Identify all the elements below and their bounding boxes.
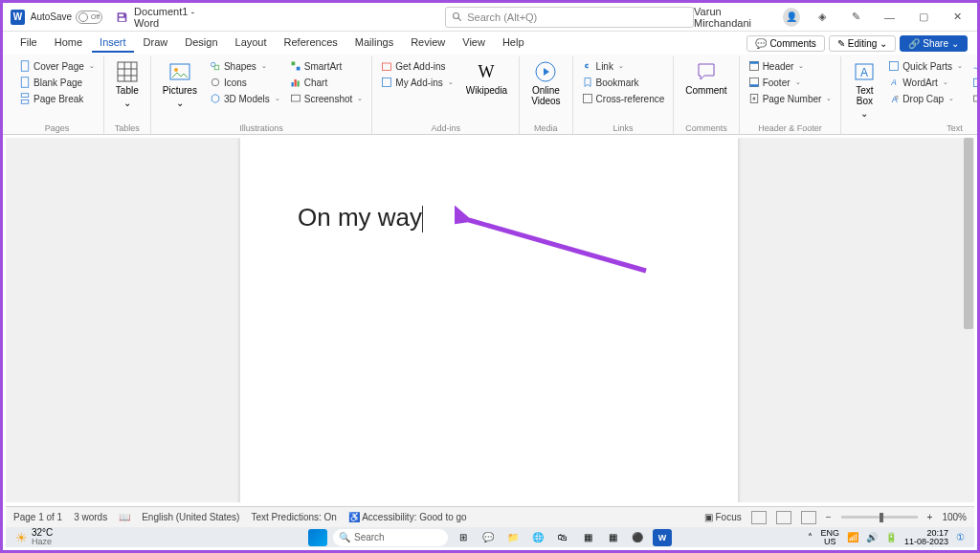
comments-button[interactable]: 💬 Comments bbox=[746, 35, 824, 52]
menu-draw[interactable]: Draw bbox=[136, 33, 176, 53]
menu-help[interactable]: Help bbox=[495, 33, 532, 53]
explorer-icon[interactable]: 📁 bbox=[503, 529, 523, 546]
share-button[interactable]: 🔗 Share ⌄ bbox=[900, 35, 968, 52]
xbox-icon[interactable]: ⚫ bbox=[628, 529, 647, 546]
smartart-button[interactable]: SmartArt bbox=[287, 58, 367, 74]
word-count[interactable]: 3 words bbox=[74, 512, 107, 522]
page-break-button[interactable]: Page Break bbox=[16, 91, 86, 106]
zoom-in-button[interactable]: + bbox=[927, 512, 933, 522]
online-videos-button[interactable]: Online Videos bbox=[525, 58, 566, 108]
text-box-button[interactable]: AText Box⌄ bbox=[847, 58, 881, 121]
blank-page-button[interactable]: Blank Page bbox=[16, 75, 85, 90]
cover-page-button[interactable]: Cover Page⌄ bbox=[16, 58, 98, 74]
3d-models-button[interactable]: 3D Models⌄ bbox=[207, 91, 283, 106]
menu-layout[interactable]: Layout bbox=[228, 33, 275, 53]
focus-mode-button[interactable]: ▣ Focus bbox=[704, 512, 742, 522]
cross-reference-button[interactable]: Cross-reference bbox=[579, 91, 668, 106]
spellcheck-icon[interactable]: 📖 bbox=[119, 512, 130, 522]
editing-button[interactable]: ✎ Editing ⌄ bbox=[829, 35, 897, 52]
svg-rect-22 bbox=[383, 63, 391, 71]
menu-references[interactable]: References bbox=[277, 33, 345, 53]
wifi-icon[interactable]: 📶 bbox=[847, 532, 858, 542]
language-indicator[interactable]: English (United States) bbox=[142, 512, 239, 522]
chat-icon[interactable]: 💬 bbox=[479, 529, 498, 546]
language-tray[interactable]: ENGUS bbox=[820, 529, 839, 546]
quick-parts-button[interactable]: Quick Parts⌄ bbox=[885, 58, 966, 74]
document-canvas[interactable]: On my way bbox=[6, 138, 974, 502]
ribbon-options-icon[interactable]: ✎ bbox=[844, 4, 868, 31]
scrollbar-thumb[interactable] bbox=[964, 138, 973, 329]
ribbon-group-addins: Get Add-ins My Add-ins⌄ WWikipedia Add-i… bbox=[372, 56, 520, 134]
text-predictions[interactable]: Text Predictions: On bbox=[251, 512, 336, 522]
footer-button[interactable]: Footer⌄ bbox=[746, 75, 804, 90]
zoom-level[interactable]: 100% bbox=[942, 512, 967, 522]
page-number-button[interactable]: #Page Number⌄ bbox=[746, 91, 835, 106]
accessibility-status[interactable]: ♿ Accessibility: Good to go bbox=[348, 512, 467, 522]
get-addins-button[interactable]: Get Add-ins bbox=[378, 58, 456, 74]
wikipedia-button[interactable]: WWikipedia bbox=[460, 58, 513, 98]
svg-rect-16 bbox=[291, 62, 295, 66]
app-icon[interactable]: ▦ bbox=[578, 529, 597, 546]
menu-file[interactable]: File bbox=[12, 33, 45, 53]
my-addins-button[interactable]: My Add-ins⌄ bbox=[378, 75, 456, 90]
signature-line-button[interactable]: Signature Line⌄ bbox=[969, 58, 980, 74]
chart-button[interactable]: Chart bbox=[287, 75, 367, 90]
user-name[interactable]: Varun Mirchandani bbox=[694, 6, 773, 29]
taskbar-search[interactable]: 🔍 Search bbox=[333, 529, 448, 546]
menu-insert[interactable]: Insert bbox=[92, 33, 134, 53]
minimize-button[interactable]: — bbox=[878, 4, 902, 31]
user-avatar[interactable]: 👤 bbox=[783, 8, 800, 27]
zoom-slider[interactable] bbox=[841, 516, 918, 519]
pictures-button[interactable]: Pictures⌄ bbox=[157, 58, 203, 110]
zoom-out-button[interactable]: − bbox=[826, 512, 832, 522]
diamond-icon[interactable]: ◈ bbox=[810, 4, 834, 31]
header-button[interactable]: Header⌄ bbox=[746, 58, 808, 74]
wordart-button[interactable]: AWordArt⌄ bbox=[885, 75, 966, 90]
clock[interactable]: 20:1711-08-2023 bbox=[904, 529, 948, 546]
menu-design[interactable]: Design bbox=[177, 33, 225, 53]
page-indicator[interactable]: Page 1 of 1 bbox=[13, 512, 62, 522]
autosave-toggle[interactable]: AutoSave Off bbox=[31, 11, 102, 24]
menu-review[interactable]: Review bbox=[403, 33, 453, 53]
menu-mailings[interactable]: Mailings bbox=[347, 33, 401, 53]
bookmark-button[interactable]: Bookmark bbox=[579, 75, 642, 90]
svg-rect-5 bbox=[21, 100, 29, 104]
menu-view[interactable]: View bbox=[455, 33, 493, 53]
comment-button[interactable]: Comment bbox=[679, 58, 732, 98]
save-icon[interactable] bbox=[116, 11, 128, 24]
web-layout-button[interactable] bbox=[801, 511, 816, 524]
battery-icon[interactable]: 🔋 bbox=[885, 532, 897, 542]
maximize-button[interactable]: ▢ bbox=[911, 4, 935, 31]
vertical-scrollbar[interactable] bbox=[963, 138, 974, 502]
app-icon-2[interactable]: ▦ bbox=[603, 529, 622, 546]
table-button[interactable]: Table⌄ bbox=[110, 58, 145, 110]
toggle-off-icon[interactable]: Off bbox=[76, 11, 102, 24]
drop-cap-button[interactable]: ADrop Cap⌄ bbox=[885, 91, 966, 106]
screenshot-button[interactable]: Screenshot⌄ bbox=[287, 91, 367, 106]
search-input[interactable]: Search (Alt+Q) bbox=[445, 7, 694, 28]
close-button[interactable]: ✕ bbox=[946, 4, 969, 31]
tray-chevron-icon[interactable]: ˄ bbox=[808, 532, 813, 542]
notifications-icon[interactable]: ① bbox=[956, 532, 965, 542]
shapes-button[interactable]: Shapes⌄ bbox=[207, 58, 283, 74]
start-button[interactable] bbox=[308, 529, 327, 546]
menu-home[interactable]: Home bbox=[47, 33, 90, 53]
edge-icon[interactable]: 🌐 bbox=[528, 529, 547, 546]
print-layout-button[interactable] bbox=[776, 511, 791, 524]
store-icon[interactable]: 🛍 bbox=[553, 529, 572, 546]
read-mode-button[interactable] bbox=[751, 511, 767, 524]
svg-rect-17 bbox=[297, 67, 301, 71]
task-view-icon[interactable]: ⊞ bbox=[454, 529, 473, 546]
link-button[interactable]: Link⌄ bbox=[579, 58, 627, 74]
word-taskbar-icon[interactable]: W bbox=[653, 529, 672, 546]
ribbon-group-tables: Table⌄ Tables bbox=[104, 56, 151, 134]
ribbon-group-pages: Cover Page⌄ Blank Page Page Break Pages bbox=[11, 56, 104, 134]
object-button[interactable]: Object⌄ bbox=[969, 91, 980, 106]
date-time-button[interactable]: Date & Time bbox=[969, 75, 980, 90]
volume-icon[interactable]: 🔊 bbox=[866, 532, 878, 542]
weather-widget[interactable]: ☀ 32°C Haze bbox=[15, 528, 53, 546]
document-page[interactable]: On my way bbox=[240, 138, 738, 502]
signature-icon bbox=[972, 60, 980, 72]
document-text[interactable]: On my way bbox=[298, 203, 422, 232]
icons-button[interactable]: Icons bbox=[207, 75, 283, 90]
